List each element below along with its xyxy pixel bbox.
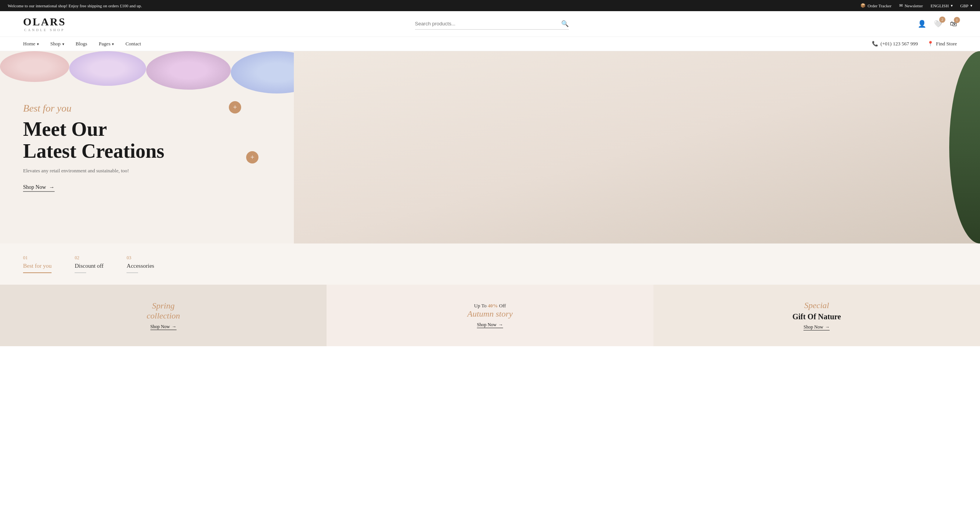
- tab-number-3: 03: [127, 255, 154, 261]
- nav-right: 📞 (+01) 123 567 999 📍 Find Store: [872, 41, 957, 47]
- cart-button[interactable]: 🛍 1: [950, 20, 957, 28]
- autumn-cta-arrow-icon: →: [498, 322, 503, 328]
- cta-arrow-icon: →: [49, 185, 55, 191]
- nature-cta-arrow-icon: →: [825, 324, 830, 330]
- wishlist-button[interactable]: 🤍 2: [934, 20, 942, 28]
- logo-sub: CANDLE SHOP: [24, 28, 65, 32]
- pages-chevron-icon: ▾: [112, 42, 114, 46]
- autumn-script: Autumn story: [467, 309, 513, 319]
- hero-title-line2: Latest Creations: [23, 140, 164, 162]
- hero-description: Elevates any retail environment and sust…: [23, 168, 164, 174]
- site-logo[interactable]: OLARS CANDLE SHOP: [23, 16, 66, 32]
- nav-item-contact[interactable]: Contact: [125, 41, 141, 47]
- nav-item-pages[interactable]: Pages ▾: [99, 41, 114, 47]
- newsletter-link[interactable]: ✉ Newsletter: [899, 3, 923, 8]
- tab-best-for-you[interactable]: 01 Best for you: [23, 255, 52, 273]
- spring-script: Spring collection: [147, 301, 180, 321]
- cart-badge: 1: [954, 17, 960, 23]
- announcement-bar: Welcome to our international shop! Enjoy…: [0, 0, 980, 11]
- spring-cta-arrow-icon: →: [172, 324, 177, 330]
- candle-visual-2: [69, 51, 146, 86]
- tab-label-1: Best for you: [23, 263, 52, 269]
- nature-banner-cta[interactable]: Shop Now →: [803, 324, 830, 330]
- order-tracker-link[interactable]: 📦 Order Tracker: [860, 3, 892, 8]
- tab-accessories[interactable]: 03 Accessories: [127, 255, 154, 273]
- announcement-right: 📦 Order Tracker ✉ Newsletter ENGLISH ▾ G…: [860, 3, 972, 8]
- header-icons: 👤 🤍 2 🛍 1: [918, 20, 957, 28]
- announcement-text: Welcome to our international shop! Enjoy…: [8, 3, 142, 8]
- hero-tabs: 01 Best for you 02 Discount off 03 Acces…: [0, 243, 980, 285]
- hotspot-button-2[interactable]: +: [246, 151, 258, 163]
- tab-underline-3: [127, 272, 138, 273]
- map-icon: 📍: [927, 41, 933, 47]
- nav-phone[interactable]: 📞 (+01) 123 567 999: [872, 41, 918, 47]
- nav-item-blogs[interactable]: Blogs: [76, 41, 87, 47]
- search-button[interactable]: 🔍: [561, 20, 569, 27]
- tab-number-1: 01: [23, 255, 52, 261]
- candle-visual-3: [146, 51, 231, 90]
- hero-section: + + Best for you Meet Our Latest Creatio…: [0, 51, 980, 243]
- autumn-banner: Up To 40% Off Autumn story Shop Now →: [327, 285, 653, 346]
- shop-chevron-icon: ▾: [62, 42, 64, 46]
- user-icon: 👤: [918, 20, 926, 28]
- search-input[interactable]: [415, 21, 561, 27]
- tab-discount-off[interactable]: 02 Discount off: [75, 255, 103, 273]
- promotion-banners: Spring collection Shop Now → Up To 40% O…: [0, 285, 980, 346]
- nav-item-shop[interactable]: Shop ▾: [50, 41, 64, 47]
- hero-background: [294, 51, 980, 243]
- order-tracker-icon: 📦: [860, 3, 866, 8]
- autumn-banner-cta[interactable]: Shop Now →: [477, 322, 503, 328]
- nature-banner: Special Gift Of Nature Shop Now →: [653, 285, 980, 346]
- tab-underline-2: [75, 272, 86, 273]
- search-container: 🔍: [415, 18, 569, 30]
- nav-item-home[interactable]: Home ▾: [23, 41, 39, 47]
- special-script: Special: [804, 300, 829, 310]
- currency-chevron-icon: ▾: [970, 3, 972, 8]
- tab-number-2: 02: [75, 255, 103, 261]
- autumn-promo-text: Up To 40% Off: [474, 303, 506, 309]
- hero-title-line1: Meet Our: [23, 118, 107, 140]
- hotspot-button-1[interactable]: +: [229, 101, 241, 113]
- tab-underline-1: [23, 272, 52, 273]
- newsletter-icon: ✉: [899, 3, 903, 8]
- nav-items: Home ▾ Shop ▾ Blogs Pages ▾ Contact: [23, 41, 141, 47]
- search-icon: 🔍: [561, 20, 569, 27]
- spring-banner: Spring collection Shop Now →: [0, 285, 327, 346]
- hero-shop-now-link[interactable]: Shop Now →: [23, 185, 55, 192]
- hero-content: Best for you Meet Our Latest Creations E…: [23, 103, 164, 192]
- language-selector[interactable]: ENGLISH ▾: [931, 3, 953, 8]
- tab-label-2: Discount off: [75, 263, 103, 269]
- candle-visual-1: [0, 51, 69, 82]
- hero-subtitle: Best for you: [23, 103, 164, 114]
- site-header: OLARS CANDLE SHOP 🔍 👤 🤍 2 🛍 1: [0, 11, 980, 37]
- nature-banner-title: Gift Of Nature: [792, 312, 841, 321]
- hero-title: Meet Our Latest Creations: [23, 118, 164, 162]
- language-chevron-icon: ▾: [951, 3, 953, 8]
- main-nav: Home ▾ Shop ▾ Blogs Pages ▾ Contact 📞 (+…: [0, 37, 980, 51]
- tab-label-3: Accessories: [127, 263, 154, 269]
- logo-text: OLARS: [23, 16, 66, 28]
- spring-banner-cta[interactable]: Shop Now →: [150, 324, 177, 330]
- nav-find-store[interactable]: 📍 Find Store: [927, 41, 957, 47]
- currency-selector[interactable]: GBP ▾: [960, 3, 972, 8]
- phone-icon: 📞: [872, 41, 878, 47]
- home-chevron-icon: ▾: [37, 42, 39, 46]
- discount-percent: 40%: [488, 303, 498, 309]
- wishlist-badge: 2: [939, 17, 945, 23]
- account-icon-button[interactable]: 👤: [918, 20, 926, 28]
